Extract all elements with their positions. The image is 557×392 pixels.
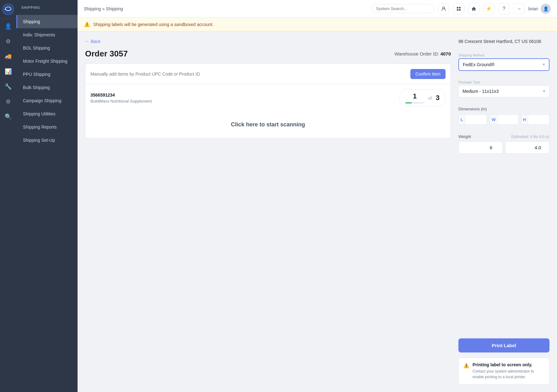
- click-scan-area[interactable]: Click here to start scanning: [85, 111, 451, 138]
- shipping-method-label: Shipping Method: [458, 53, 549, 57]
- svg-rect-4: [459, 7, 461, 8]
- dim-h-input[interactable]: [528, 115, 549, 124]
- main-wrapper: Shipping » Shipping ⚡ ? → brian 👤 ⚠️ Shi…: [78, 0, 557, 392]
- sidebar-item-shipping-reports[interactable]: Shipping Reports: [16, 120, 78, 134]
- print-warning: ⚠️ Printing label to screen only. Contac…: [458, 358, 549, 384]
- svg-point-2: [443, 7, 445, 9]
- counter-badge: 1 of 3: [399, 89, 446, 106]
- bolt-icon-btn[interactable]: ⚡: [483, 3, 495, 14]
- nav-icon-truck[interactable]: 🚚: [0, 49, 16, 64]
- nav-icon-search[interactable]: 🔍: [0, 109, 16, 124]
- sidebar-item-bol-shipping[interactable]: BOL Shipping: [16, 41, 78, 55]
- dim-w-label: W: [490, 115, 498, 124]
- main-content: ← Back Order 3057 Warehouse Order ID: 40…: [78, 31, 557, 392]
- nav-icon-chart[interactable]: 📊: [0, 64, 16, 79]
- username: brian: [528, 6, 538, 11]
- sidebar-item-motor-freight[interactable]: Motor Freight Shipping: [16, 55, 78, 68]
- sidebar-item-shipping-utilities[interactable]: Shipping Utilities: [16, 107, 78, 120]
- sidebar-item-campaign-shipping[interactable]: Campaign Shipping: [16, 94, 78, 107]
- dim-l-label: L: [459, 115, 465, 124]
- people-icon-btn[interactable]: [438, 3, 449, 14]
- weight-row: lbs ▲ ▼ oz ▲ ▼: [458, 141, 549, 154]
- search-input[interactable]: [371, 4, 434, 13]
- warehouse-id: Warehouse Order ID: 4070: [394, 51, 451, 56]
- breadcrumb-current: Shipping: [106, 6, 123, 11]
- sidebar-item-bulk-shipping[interactable]: Bulk Shipping: [16, 81, 78, 94]
- logo-circle: [3, 4, 14, 15]
- dim-l-wrap: L ▲ ▼: [458, 114, 487, 125]
- right-panel: 98 Crescent Street Hartford, CT US 06106…: [458, 39, 549, 384]
- signout-icon-btn[interactable]: →: [513, 3, 525, 14]
- breadcrumb-separator: »: [102, 6, 106, 11]
- grid-icon-btn[interactable]: [453, 3, 464, 14]
- nav-icon-users[interactable]: 👤: [0, 19, 16, 34]
- product-row: 3566591234 BuildMaxx Nutritional Supplem…: [85, 84, 451, 111]
- weight-oz-wrap: oz ▲ ▼: [505, 141, 549, 154]
- question-icon-btn[interactable]: ?: [498, 3, 510, 14]
- breadcrumb: Shipping » Shipping: [84, 6, 368, 11]
- svg-rect-5: [457, 9, 458, 11]
- alert-banner: ⚠️ Shipping labels will be generated usi…: [78, 18, 557, 31]
- counter-of: of: [428, 95, 432, 101]
- print-warning-text: Contact your system administrator to ena…: [473, 368, 545, 380]
- dim-w-wrap: W ▲ ▼: [489, 114, 518, 125]
- user-area: brian 👤: [528, 4, 551, 14]
- breadcrumb-parent[interactable]: Shipping: [84, 6, 101, 11]
- counter-total: 3: [436, 94, 440, 102]
- home-icon-btn[interactable]: [468, 3, 479, 14]
- weight-section: Weight Estimated: 6 lbs 4.0 oz lbs ▲ ▼: [458, 134, 549, 154]
- scan-input[interactable]: [90, 72, 407, 77]
- svg-rect-3: [457, 7, 458, 8]
- shipping-method-group: Shipping Method FedEx Ground® FedEx Expr…: [458, 53, 549, 71]
- click-scan-text: Click here to start scanning: [231, 121, 305, 128]
- progress-bar: [405, 102, 412, 103]
- sidebar-item-shipping-setup[interactable]: Shipping Set-Up: [16, 134, 78, 147]
- product-info: 3566591234 BuildMaxx Nutritional Supplem…: [90, 93, 399, 103]
- alert-message: Shipping labels will be generated using …: [93, 22, 214, 27]
- dimensions-row: L ▲ ▼ W ▲ ▼: [458, 114, 549, 125]
- back-link[interactable]: ← Back: [85, 39, 451, 44]
- order-title: Order 3057: [85, 49, 128, 59]
- alert-icon: ⚠️: [84, 21, 90, 27]
- address-line: 98 Crescent Street Hartford, CT US 06106: [458, 39, 549, 44]
- weight-lbs-wrap: lbs ▲ ▼: [458, 141, 503, 154]
- warning-icon: ⚠️: [463, 363, 469, 368]
- package-type-select[interactable]: Medium - 11x11x3 Small - 8x8x3 Large - 1…: [459, 86, 549, 97]
- weight-lbs-input[interactable]: [459, 142, 503, 153]
- sidebar: SHIPPING Shipping Indiv. Shipments BOL S…: [16, 0, 78, 392]
- shipping-method-select-wrapper: FedEx Ground® FedEx Express UPS Ground U…: [458, 58, 549, 71]
- nav-icon-tools[interactable]: 🔧: [0, 79, 16, 94]
- product-id: 3566591234: [90, 93, 399, 98]
- warehouse-id-value: 4070: [441, 51, 451, 56]
- print-label-button[interactable]: Print Label: [458, 338, 549, 352]
- print-warning-title: Printing label to screen only.: [473, 362, 545, 367]
- dim-h-wrap: H ▲ ▼: [521, 114, 549, 125]
- sidebar-item-indiv-shipments[interactable]: Indiv. Shipments: [16, 28, 78, 41]
- svg-rect-6: [459, 9, 461, 11]
- topnav: Shipping » Shipping ⚡ ? → brian 👤: [78, 0, 557, 18]
- dimensions-section: Dimensions (in) L ▲ ▼ W: [458, 107, 549, 125]
- warehouse-id-label: Warehouse Order ID:: [394, 51, 439, 56]
- print-warning-content: Printing label to screen only. Contact y…: [473, 362, 545, 380]
- icon-bar: 👤 ⚙ 🚚 📊 🔧 ⚙ 🔍: [0, 0, 16, 392]
- nav-icon-gear[interactable]: ⚙: [0, 94, 16, 109]
- sidebar-item-ppu-shipping[interactable]: PPU Shipping: [16, 68, 78, 81]
- sidebar-item-shipping[interactable]: Shipping: [16, 15, 78, 28]
- left-panel: ← Back Order 3057 Warehouse Order ID: 40…: [85, 39, 451, 384]
- weight-oz-input[interactable]: [506, 142, 549, 153]
- scan-input-area: Confirm Item: [85, 64, 451, 84]
- package-type-select-wrapper: Medium - 11x11x3 Small - 8x8x3 Large - 1…: [458, 85, 549, 97]
- nav-icon-settings[interactable]: ⚙: [0, 34, 16, 49]
- confirm-item-button[interactable]: Confirm Item: [410, 69, 446, 79]
- weight-estimated: Estimated: 6 lbs 4.0 oz: [511, 135, 549, 139]
- scan-card: Confirm Item 3566591234 BuildMaxx Nutrit…: [85, 64, 451, 138]
- shipping-method-select[interactable]: FedEx Ground® FedEx Express UPS Ground U…: [459, 59, 549, 70]
- dim-l-input[interactable]: [465, 115, 487, 124]
- avatar: 👤: [541, 4, 551, 14]
- dim-w-input[interactable]: [498, 115, 518, 124]
- svg-point-0: [3, 4, 14, 15]
- dim-h-label: H: [521, 115, 528, 124]
- weight-header: Weight Estimated: 6 lbs 4.0 oz: [458, 134, 549, 139]
- sidebar-section-title: SHIPPING: [16, 0, 78, 15]
- content-area: ⚠️ Shipping labels will be generated usi…: [78, 18, 557, 392]
